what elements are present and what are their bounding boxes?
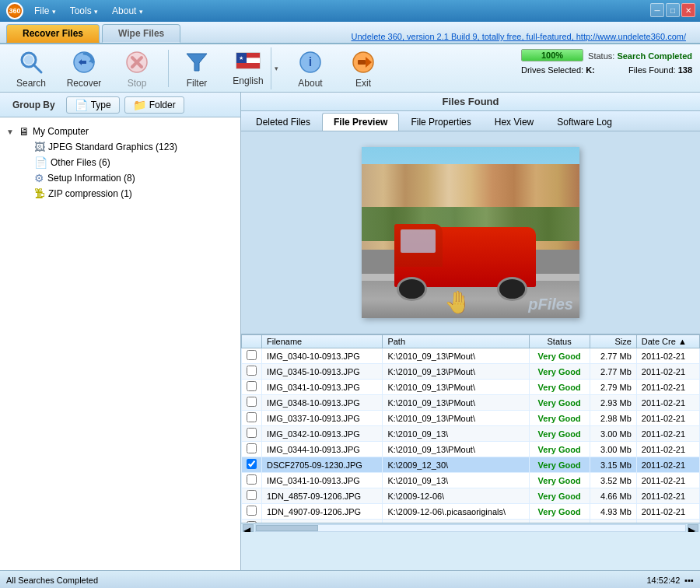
filter-icon <box>183 48 211 76</box>
filter-button[interactable]: Filter <box>172 47 222 89</box>
row-date: 2011-02-21 <box>636 473 699 488</box>
row-checkbox[interactable] <box>242 411 262 426</box>
row-checkbox[interactable] <box>242 426 262 442</box>
col-header-date[interactable]: Date Cre ▲ <box>636 335 699 348</box>
table-row[interactable]: 1DN_4907-09-1206.JPG K:\2009-12-06\.pica… <box>242 504 700 520</box>
progress-bar-fill: 100% <box>522 50 583 61</box>
about-button[interactable]: i About <box>285 47 335 89</box>
table-row[interactable]: IMG_0344-10-0913.JPG K:\2010_09_13\PMout… <box>242 442 700 457</box>
hscroll-left-arrow[interactable]: ◀ <box>243 524 254 532</box>
stop-button[interactable]: Stop <box>112 47 162 89</box>
tab-software-log[interactable]: Software Log <box>545 113 624 131</box>
status-right: 14:52:42 ▪▪▪ <box>646 576 694 585</box>
title-bar: 360 File ▾ Tools ▾ About ▾ ─ □ ✕ <box>0 0 700 22</box>
menu-tools[interactable]: Tools ▾ <box>64 4 104 18</box>
status-message: All Searches Completed <box>6 576 98 585</box>
tab-file-properties[interactable]: File Properties <box>399 113 482 131</box>
row-path: K:\2010_09_13\ <box>383 426 529 442</box>
row-date: 2011-02-21 <box>636 442 699 457</box>
row-checkbox[interactable] <box>242 380 262 395</box>
file-list-scroll[interactable]: Filename Path Status Size Date Cre ▲ IMG… <box>241 334 700 523</box>
row-size: 2.93 Mb <box>590 395 636 411</box>
exit-icon <box>349 48 377 76</box>
row-size: 4.93 Mb <box>590 504 636 520</box>
other-icon: 📄 <box>34 156 47 169</box>
col-header-size[interactable]: Size <box>590 335 636 348</box>
status-value: Status: Search Completed <box>588 51 692 61</box>
row-size: 3.00 Mb <box>590 426 636 442</box>
app-tab-section: Recover Files Wipe Files Undelete 360, v… <box>0 22 700 44</box>
hscroll-thumb[interactable] <box>256 525 318 531</box>
group-by-type-button[interactable]: 📄 Type <box>66 96 120 114</box>
right-panel: Files Found Deleted Files File Preview F… <box>241 93 700 570</box>
row-path: K:\2010_09_13\PMout\ <box>383 395 529 411</box>
table-row[interactable]: IMG_0348-10-0913.JPG K:\2010_09_13\PMout… <box>242 395 700 411</box>
row-status: Very Good <box>529 348 590 364</box>
hscroll-track[interactable] <box>255 524 686 532</box>
row-filename: IMG_0341-10-0913.JPG <box>262 380 383 395</box>
col-header-filename[interactable]: Filename <box>262 335 383 348</box>
status-indicator: ▪▪▪ <box>684 576 694 585</box>
files-found-header: Files Found <box>241 93 700 111</box>
table-row[interactable]: DSCF2705-09-1230.JPG K:\2009_12_30\ Very… <box>242 457 700 473</box>
exit-button[interactable]: Exit <box>338 47 388 89</box>
close-button[interactable]: ✕ <box>681 3 695 17</box>
tree-item-zip[interactable]: 🗜 ZIP compression (1) <box>3 186 237 201</box>
tree-item-jpeg[interactable]: 🖼 JPEG Standard Graphics (123) <box>3 139 237 155</box>
status-details: Drives Selected: K: Files Found: 138 <box>521 65 692 75</box>
tree-item-setup[interactable]: ⚙ Setup Information (8) <box>3 170 237 186</box>
col-header-path[interactable]: Path <box>383 335 529 348</box>
table-row[interactable]: IMG_0341-10-0913.JPG K:\2010_09_13\PMout… <box>242 380 700 395</box>
search-button[interactable]: Search <box>6 47 56 89</box>
maximize-button[interactable]: □ <box>666 3 680 17</box>
row-size: 3.52 Mb <box>590 473 636 488</box>
stop-icon <box>123 48 151 76</box>
horizontal-scrollbar[interactable]: ◀ ▶ <box>241 523 700 532</box>
table-row[interactable]: IMG_0340-10-0913.JPG K:\2010_09_13\PMout… <box>242 348 700 364</box>
table-row[interactable]: 1DN_4857-09-1206.JPG K:\2009-12-06\ Very… <box>242 488 700 504</box>
file-list-area: Filename Path Status Size Date Cre ▲ IMG… <box>241 334 700 532</box>
minimize-button[interactable]: ─ <box>650 3 664 17</box>
row-status: Very Good <box>529 426 590 442</box>
tree-root[interactable]: ▼ 🖥 My Computer <box>3 124 237 139</box>
hscroll-right-arrow[interactable]: ▶ <box>688 524 698 532</box>
row-checkbox[interactable] <box>242 364 262 380</box>
row-checkbox[interactable] <box>242 504 262 520</box>
row-status: Very Good <box>529 488 590 504</box>
row-status: Very Good <box>529 442 590 457</box>
row-checkbox[interactable] <box>242 395 262 411</box>
language-dropdown-arrow[interactable]: ▾ <box>271 47 282 89</box>
table-row[interactable]: IMG_0342-10-0913.JPG K:\2010_09_13\ Very… <box>242 426 700 442</box>
menu-file[interactable]: File ▾ <box>28 4 62 18</box>
row-checkbox[interactable] <box>242 488 262 504</box>
row-checkbox[interactable] <box>242 473 262 488</box>
tree-item-other[interactable]: 📄 Other Files (6) <box>3 155 237 170</box>
group-by-folder-button[interactable]: 📁 Folder <box>124 96 184 114</box>
file-table-body: IMG_0340-10-0913.JPG K:\2010_09_13\PMout… <box>242 348 700 523</box>
preview-image: 🤚 pFiles <box>362 147 579 318</box>
menu-tools-arrow: ▾ <box>94 8 98 16</box>
row-checkbox[interactable] <box>242 348 262 364</box>
recover-icon <box>70 48 98 76</box>
tab-recover-files[interactable]: Recover Files <box>6 24 100 43</box>
table-row[interactable]: IMG_0337-10-0913.JPG K:\2010_09_13\PMout… <box>242 411 700 426</box>
tab-hex-view[interactable]: Hex View <box>483 113 545 131</box>
recover-button[interactable]: Recover <box>59 47 109 89</box>
row-date: 2011-02-21 <box>636 395 699 411</box>
language-button[interactable]: ★ English <box>226 47 271 89</box>
col-header-status[interactable]: Status <box>529 335 590 348</box>
menu-about-arrow: ▾ <box>139 8 143 16</box>
row-checkbox[interactable] <box>242 457 262 473</box>
row-status: Very Good <box>529 473 590 488</box>
table-row[interactable]: IMG_0341-10-0913.JPG K:\2010_09_13\ Very… <box>242 473 700 488</box>
status-panel: 100% Status: Search Completed Drives Sel… <box>521 49 692 75</box>
language-button-wrapper[interactable]: ★ English ▾ <box>225 47 282 90</box>
table-row[interactable]: IMG_0345-10-0913.JPG K:\2010_09_13\PMout… <box>242 364 700 380</box>
col-header-check[interactable] <box>242 335 262 348</box>
tab-file-preview[interactable]: File Preview <box>322 113 399 131</box>
tab-deleted-files[interactable]: Deleted Files <box>244 113 322 131</box>
tab-wipe-files[interactable]: Wipe Files <box>102 24 180 43</box>
row-checkbox[interactable] <box>242 442 262 457</box>
row-status: Very Good <box>529 380 590 395</box>
menu-about[interactable]: About ▾ <box>106 4 149 18</box>
